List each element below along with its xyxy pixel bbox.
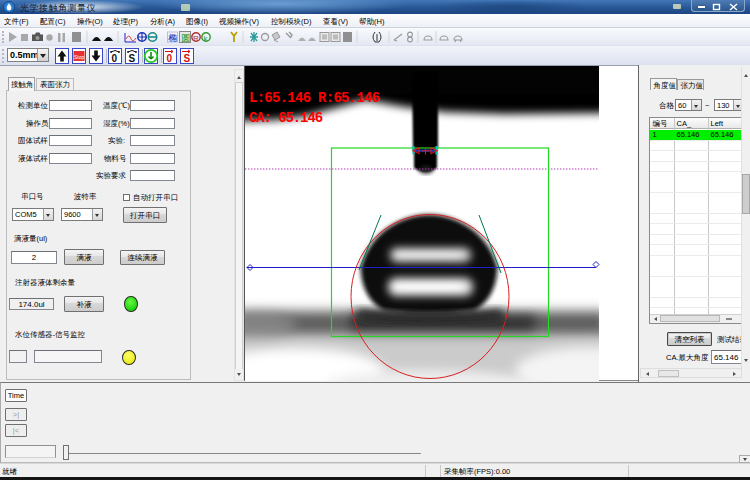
svg-text:0: 0 — [112, 53, 118, 64]
svg-text:圆: 圆 — [181, 33, 190, 43]
svg-text:S: S — [129, 53, 136, 64]
svg-text:Stop: Stop — [74, 54, 85, 60]
svg-text:0: 0 — [167, 53, 173, 64]
svg-text:椭: 椭 — [168, 33, 178, 43]
svg-text:L:65.146 R:65.146: L:65.146 R:65.146 — [249, 90, 380, 106]
svg-text:R: R — [193, 34, 199, 43]
svg-text:S: S — [184, 53, 191, 64]
svg-text:CA: 65.146: CA: 65.146 — [249, 110, 323, 126]
